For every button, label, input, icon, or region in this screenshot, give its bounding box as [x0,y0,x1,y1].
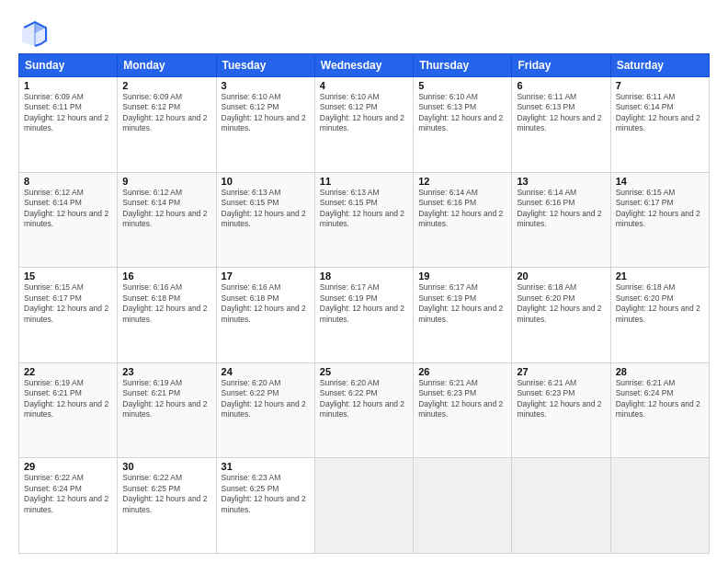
day-number: 26 [418,366,506,377]
calendar-cell: 27 Sunrise: 6:21 AM Sunset: 6:23 PM Dayl… [512,362,610,458]
day-number: 18 [320,270,408,282]
day-number: 30 [122,461,210,472]
day-info: Sunrise: 6:15 AM Sunset: 6:17 PM Dayligh… [616,188,704,230]
day-number: 19 [418,270,506,282]
day-number: 25 [320,366,408,377]
day-info: Sunrise: 6:16 AM Sunset: 6:18 PM Dayligh… [122,282,210,325]
day-number: 28 [616,366,704,377]
day-number: 10 [222,176,310,187]
day-info: Sunrise: 6:14 AM Sunset: 6:16 PM Dayligh… [517,188,605,230]
weekday-monday: Monday [118,54,216,77]
day-number: 17 [222,270,310,282]
day-info: Sunrise: 6:21 AM Sunset: 6:23 PM Dayligh… [517,378,605,420]
weekday-sunday: Sunday [19,54,118,77]
weekday-tuesday: Tuesday [216,54,314,77]
calendar-cell: 2 Sunrise: 6:09 AM Sunset: 6:12 PM Dayli… [118,77,216,173]
day-info: Sunrise: 6:15 AM Sunset: 6:17 PM Dayligh… [24,282,112,325]
day-info: Sunrise: 6:11 AM Sunset: 6:14 PM Dayligh… [616,92,704,134]
calendar-cell: 16 Sunrise: 6:16 AM Sunset: 6:18 PM Dayl… [118,268,216,363]
day-info: Sunrise: 6:13 AM Sunset: 6:15 PM Dayligh… [222,188,310,230]
day-info: Sunrise: 6:10 AM Sunset: 6:13 PM Dayligh… [418,92,506,134]
day-number: 15 [24,270,112,282]
calendar-cell: 30 Sunrise: 6:22 AM Sunset: 6:25 PM Dayl… [118,458,216,554]
week-row-1: 1 Sunrise: 6:09 AM Sunset: 6:11 PM Dayli… [19,77,710,173]
weekday-saturday: Saturday [610,54,709,77]
week-row-3: 15 Sunrise: 6:15 AM Sunset: 6:17 PM Dayl… [19,268,710,363]
header [18,17,710,44]
calendar-table: SundayMondayTuesdayWednesdayThursdayFrid… [18,53,710,554]
calendar-cell: 5 Sunrise: 6:10 AM Sunset: 6:13 PM Dayli… [414,77,512,173]
calendar-cell: 17 Sunrise: 6:16 AM Sunset: 6:18 PM Dayl… [216,268,314,363]
calendar-cell [512,458,610,554]
day-info: Sunrise: 6:21 AM Sunset: 6:24 PM Dayligh… [616,378,704,420]
day-info: Sunrise: 6:22 AM Sunset: 6:24 PM Dayligh… [24,473,112,515]
day-info: Sunrise: 6:23 AM Sunset: 6:25 PM Dayligh… [222,473,310,515]
weekday-thursday: Thursday [414,54,512,77]
day-number: 29 [24,461,112,472]
day-info: Sunrise: 6:19 AM Sunset: 6:21 PM Dayligh… [122,378,210,420]
calendar-cell: 25 Sunrise: 6:20 AM Sunset: 6:22 PM Dayl… [314,362,413,458]
calendar-cell: 24 Sunrise: 6:20 AM Sunset: 6:22 PM Dayl… [216,362,314,458]
day-number: 7 [616,80,704,91]
calendar-cell: 14 Sunrise: 6:15 AM Sunset: 6:17 PM Dayl… [610,172,709,268]
day-number: 6 [517,80,605,91]
week-row-5: 29 Sunrise: 6:22 AM Sunset: 6:24 PM Dayl… [19,458,710,554]
day-number: 12 [418,176,506,187]
day-info: Sunrise: 6:09 AM Sunset: 6:11 PM Dayligh… [24,92,112,134]
weekday-friday: Friday [512,54,610,77]
day-number: 8 [24,176,112,187]
day-number: 24 [222,366,310,377]
calendar-cell: 10 Sunrise: 6:13 AM Sunset: 6:15 PM Dayl… [216,172,314,268]
calendar-cell: 3 Sunrise: 6:10 AM Sunset: 6:12 PM Dayli… [216,77,314,173]
day-info: Sunrise: 6:20 AM Sunset: 6:22 PM Dayligh… [320,378,408,420]
weekday-wednesday: Wednesday [314,54,413,77]
week-row-4: 22 Sunrise: 6:19 AM Sunset: 6:21 PM Dayl… [19,362,710,458]
day-number: 31 [222,461,310,472]
day-number: 27 [517,366,605,377]
day-info: Sunrise: 6:10 AM Sunset: 6:12 PM Dayligh… [222,92,310,134]
calendar-cell: 22 Sunrise: 6:19 AM Sunset: 6:21 PM Dayl… [19,362,118,458]
calendar-cell: 1 Sunrise: 6:09 AM Sunset: 6:11 PM Dayli… [19,77,118,173]
day-info: Sunrise: 6:17 AM Sunset: 6:19 PM Dayligh… [418,282,506,325]
day-info: Sunrise: 6:20 AM Sunset: 6:22 PM Dayligh… [222,378,310,420]
calendar-cell: 9 Sunrise: 6:12 AM Sunset: 6:14 PM Dayli… [118,172,216,268]
calendar-cell: 26 Sunrise: 6:21 AM Sunset: 6:23 PM Dayl… [414,362,512,458]
day-info: Sunrise: 6:22 AM Sunset: 6:25 PM Dayligh… [122,473,210,515]
day-info: Sunrise: 6:12 AM Sunset: 6:14 PM Dayligh… [122,188,210,230]
day-info: Sunrise: 6:14 AM Sunset: 6:16 PM Dayligh… [418,188,506,230]
day-number: 9 [122,176,210,187]
logo [18,17,50,44]
calendar-cell: 18 Sunrise: 6:17 AM Sunset: 6:19 PM Dayl… [314,268,413,363]
day-info: Sunrise: 6:10 AM Sunset: 6:12 PM Dayligh… [320,92,408,134]
calendar-cell: 12 Sunrise: 6:14 AM Sunset: 6:16 PM Dayl… [414,172,512,268]
day-number: 14 [616,176,704,187]
calendar-cell: 7 Sunrise: 6:11 AM Sunset: 6:14 PM Dayli… [610,77,709,173]
calendar-cell: 23 Sunrise: 6:19 AM Sunset: 6:21 PM Dayl… [118,362,216,458]
calendar-cell: 11 Sunrise: 6:13 AM Sunset: 6:15 PM Dayl… [314,172,413,268]
day-info: Sunrise: 6:17 AM Sunset: 6:19 PM Dayligh… [320,282,408,325]
calendar-body: 1 Sunrise: 6:09 AM Sunset: 6:11 PM Dayli… [19,77,710,554]
calendar-cell: 21 Sunrise: 6:18 AM Sunset: 6:20 PM Dayl… [610,268,709,363]
day-number: 5 [418,80,506,91]
day-info: Sunrise: 6:13 AM Sunset: 6:15 PM Dayligh… [320,188,408,230]
calendar-cell: 29 Sunrise: 6:22 AM Sunset: 6:24 PM Dayl… [19,458,118,554]
day-info: Sunrise: 6:21 AM Sunset: 6:23 PM Dayligh… [418,378,506,420]
page: SundayMondayTuesdayWednesdayThursdayFrid… [0,0,728,563]
day-number: 2 [122,80,210,91]
week-row-2: 8 Sunrise: 6:12 AM Sunset: 6:14 PM Dayli… [19,172,710,268]
calendar-cell [314,458,413,554]
day-number: 13 [517,176,605,187]
day-info: Sunrise: 6:11 AM Sunset: 6:13 PM Dayligh… [517,92,605,134]
day-number: 22 [24,366,112,377]
day-number: 1 [24,80,112,91]
day-number: 21 [616,270,704,282]
calendar-cell: 15 Sunrise: 6:15 AM Sunset: 6:17 PM Dayl… [19,268,118,363]
day-number: 16 [122,270,210,282]
logo-icon [18,17,46,44]
day-number: 4 [320,80,408,91]
calendar-cell: 20 Sunrise: 6:18 AM Sunset: 6:20 PM Dayl… [512,268,610,363]
calendar-cell: 31 Sunrise: 6:23 AM Sunset: 6:25 PM Dayl… [216,458,314,554]
day-info: Sunrise: 6:09 AM Sunset: 6:12 PM Dayligh… [122,92,210,134]
day-number: 11 [320,176,408,187]
calendar-cell: 13 Sunrise: 6:14 AM Sunset: 6:16 PM Dayl… [512,172,610,268]
